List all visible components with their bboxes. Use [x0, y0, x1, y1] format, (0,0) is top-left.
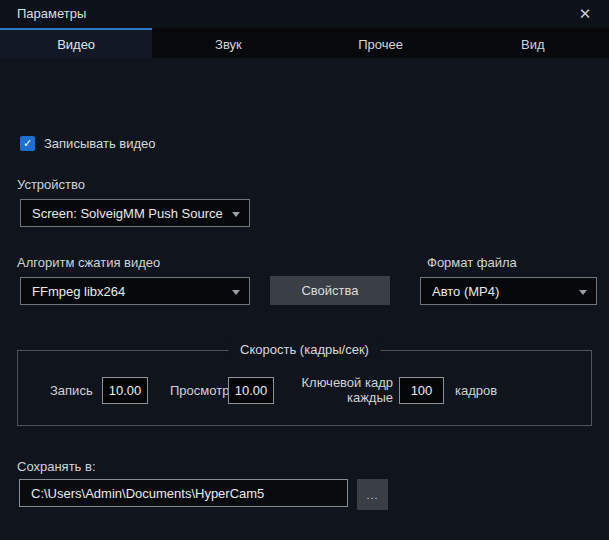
checkbox-checked-icon: ✓: [20, 136, 35, 151]
device-select-value: Screen: SolveigMM Push Source D: [32, 206, 225, 221]
tab-view[interactable]: Вид: [457, 28, 609, 58]
record-video-checkbox[interactable]: ✓ Записывать видео: [20, 136, 155, 151]
keyframe-label-line1: Ключевой кадр: [300, 375, 393, 390]
file-format-select[interactable]: Авто (MP4): [420, 277, 597, 305]
device-label: Устройство: [17, 177, 85, 192]
browse-button[interactable]: ...: [357, 479, 388, 510]
preview-fps-label: Просмотр: [170, 383, 229, 398]
speed-group-title: Скорость (кадры/сек): [228, 342, 381, 357]
keyframe-label-line2: каждые: [300, 390, 393, 405]
frames-suffix-label: кадров: [455, 383, 497, 398]
tab-other-label: Прочее: [358, 37, 403, 52]
properties-button[interactable]: Свойства: [270, 276, 390, 305]
save-to-label: Сохранять в:: [17, 459, 96, 474]
keyframe-interval-input[interactable]: [399, 377, 444, 404]
title-bar: Параметры ✕: [0, 0, 609, 28]
dialog-title: Параметры: [17, 6, 86, 21]
dropdown-arrow-icon: [579, 290, 587, 295]
codec-select[interactable]: FFmpeg libx264: [20, 277, 250, 305]
tab-sound[interactable]: Звук: [152, 28, 304, 58]
codec-select-value: FFmpeg libx264: [32, 284, 125, 299]
tab-view-label: Вид: [521, 37, 545, 52]
tab-video[interactable]: Видео: [0, 28, 152, 58]
file-format-select-value: Авто (MP4): [432, 284, 499, 299]
checkmark-icon: ✓: [23, 138, 32, 149]
save-path-input[interactable]: [19, 479, 348, 507]
codec-label: Алгоритм сжатия видео: [17, 255, 160, 270]
tab-other[interactable]: Прочее: [305, 28, 457, 58]
record-fps-input[interactable]: [102, 377, 148, 404]
close-icon[interactable]: ✕: [573, 4, 597, 24]
keyframe-label: Ключевой кадр каждые: [300, 375, 393, 405]
record-video-label: Записывать видео: [44, 136, 155, 151]
device-select[interactable]: Screen: SolveigMM Push Source D: [20, 199, 250, 227]
settings-dialog: Параметры ✕ Видео Звук Прочее Вид ✓ Запи…: [0, 0, 609, 540]
dropdown-arrow-icon: [232, 212, 240, 217]
tab-bar: Видео Звук Прочее Вид: [0, 28, 609, 58]
video-tab-panel: ✓ Записывать видео Устройство Screen: So…: [0, 58, 609, 540]
record-fps-label: Запись: [50, 383, 93, 398]
dropdown-arrow-icon: [232, 290, 240, 295]
preview-fps-input[interactable]: [228, 377, 274, 404]
tab-sound-label: Звук: [215, 37, 242, 52]
tab-video-label: Видео: [57, 37, 95, 52]
file-format-label: Формат файла: [427, 255, 517, 270]
